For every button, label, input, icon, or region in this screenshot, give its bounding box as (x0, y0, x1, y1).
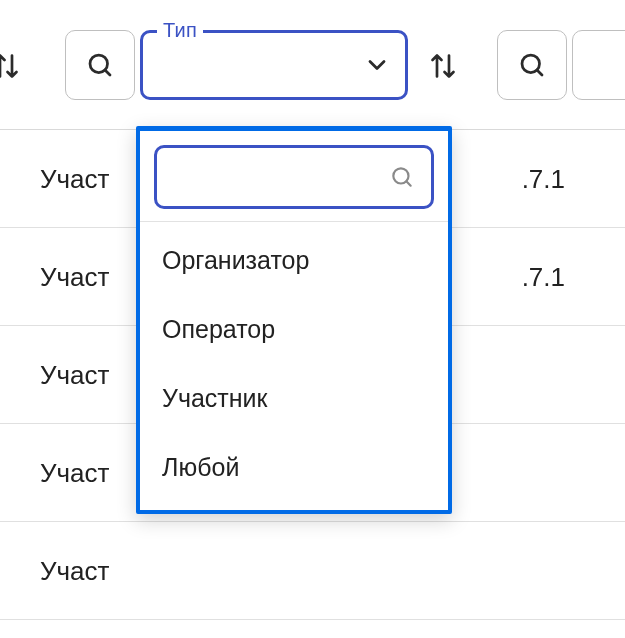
sort-arrows-icon (0, 48, 24, 84)
cell-col1: Участ (40, 359, 109, 390)
cell-col3: .7.1 (522, 163, 565, 194)
search-button-col3[interactable] (497, 30, 567, 100)
search-icon (389, 164, 415, 190)
cell-col1: Участ (40, 555, 109, 586)
type-filter-label: Тип (157, 19, 203, 42)
search-icon (517, 50, 547, 80)
search-icon (85, 50, 115, 80)
cell-col1: Участ (40, 163, 109, 194)
dropdown-option[interactable]: Участник (140, 364, 448, 433)
table-row[interactable]: Участ (0, 522, 625, 620)
sort-toggle-col1[interactable] (0, 38, 26, 94)
type-filter-dropdown: Организатор Оператор Участник Любой (136, 126, 452, 514)
dropdown-search-field[interactable] (154, 145, 434, 209)
column-header-row: Тип (0, 0, 625, 130)
dropdown-option[interactable]: Организатор (140, 226, 448, 295)
sort-toggle-col2[interactable] (420, 38, 466, 94)
cell-col3: .7.1 (522, 261, 565, 292)
type-filter-select[interactable]: Тип (140, 30, 408, 100)
dropdown-option[interactable]: Любой (140, 433, 448, 502)
cell-col1: Участ (40, 457, 109, 488)
sort-arrows-icon (425, 48, 461, 84)
cell-col1: Участ (40, 261, 109, 292)
chevron-down-icon (363, 51, 391, 79)
dropdown-divider (140, 221, 448, 222)
dropdown-option[interactable]: Оператор (140, 295, 448, 364)
filter-col4[interactable] (572, 30, 625, 100)
search-button-col1[interactable] (65, 30, 135, 100)
